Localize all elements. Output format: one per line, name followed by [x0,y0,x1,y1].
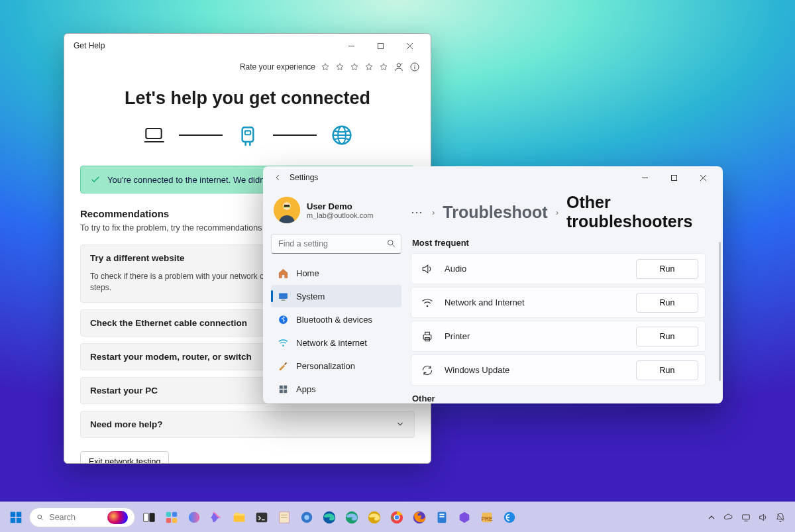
app-icon[interactable] [500,507,519,527]
chevron-right-icon: › [556,207,558,217]
troubleshooter-list: Audio Run Network and Internet Run Print… [411,253,710,386]
svg-text:PRE: PRE [482,515,493,521]
svg-rect-47 [166,511,171,516]
notifications-icon[interactable] [775,512,786,523]
taskbar-search-input[interactable] [49,513,102,522]
edge-canary-icon[interactable] [364,507,384,527]
bluetooth-icon [278,314,289,325]
settings-search[interactable] [271,234,401,254]
widgets-icon[interactable] [162,507,182,527]
svg-rect-40 [17,511,22,517]
home-icon [278,268,289,279]
nav-accounts[interactable]: Accounts [271,401,401,403]
page-title: Other troubleshooters [566,193,710,231]
nav-bluetooth[interactable]: Bluetooth & devices [271,308,401,331]
rec-card-title: Check the Ethernet cable connection [90,318,247,328]
back-button[interactable] [268,168,288,187]
search-input[interactable] [271,234,401,254]
settings-sidebar: User Demo m_lab@outlook.com Home System [263,189,407,403]
gethelp-toolbar: Rate your experience [64,58,431,76]
laptop-icon [140,123,167,147]
gethelp-titlebar: Get Help [64,34,431,58]
svg-rect-31 [284,385,287,388]
nav-personalization[interactable]: Personalization [271,354,401,377]
svg-rect-27 [282,299,286,300]
svg-rect-49 [166,517,171,522]
volume-tray-icon[interactable] [758,512,768,523]
terminal-icon[interactable] [252,507,272,527]
app-icon[interactable]: PRE [477,507,497,527]
update-icon [421,364,434,377]
chrome-icon[interactable] [387,507,407,527]
star-icon[interactable] [321,62,330,72]
user-email: m_lab@outlook.com [307,211,373,219]
onedrive-icon[interactable] [723,512,734,523]
rec-card-title: Need more help? [90,419,163,429]
app-icon[interactable] [274,507,294,527]
maximize-button[interactable] [659,168,688,187]
run-button[interactable]: Run [636,259,698,279]
app-icon[interactable] [454,507,474,527]
troubleshooter-label: Network and Internet [445,297,636,307]
exit-network-testing-button[interactable]: Exit network testing [80,451,169,463]
edge-dev-icon[interactable] [342,507,362,527]
breadcrumb-link[interactable]: Troubleshoot [443,203,547,222]
taskbar-search[interactable] [29,507,135,527]
rec-card-title: Restart your modem, router, or switch [90,352,252,362]
copilot-icon[interactable] [207,507,227,527]
chevron-up-icon[interactable] [706,512,717,523]
breadcrumb-ellipsis[interactable]: ⋯ [411,205,424,219]
user-name: User Demo [307,201,373,211]
rec-card-title: Restart your PC [90,386,158,396]
troubleshooter-row: Audio Run [411,253,706,284]
close-button[interactable] [688,168,717,187]
nav-network[interactable]: Network & internet [271,331,401,354]
router-icon [235,123,261,147]
svg-rect-32 [280,390,283,393]
svg-point-51 [189,511,200,523]
svg-line-25 [392,244,394,246]
star-icon[interactable] [335,62,344,72]
run-button[interactable]: Run [636,293,698,313]
nav-system[interactable]: System [271,285,401,307]
app-icon[interactable] [297,507,317,527]
star-icon[interactable] [350,62,359,72]
close-button[interactable] [395,36,424,56]
star-icon[interactable] [364,62,374,72]
nav-home[interactable]: Home [271,262,401,284]
check-icon [90,174,101,185]
run-button[interactable]: Run [636,327,698,346]
rate-label: Rate your experience [240,62,315,72]
firefox-icon[interactable] [409,507,429,527]
maximize-button[interactable] [366,36,395,56]
network-tray-icon[interactable] [741,512,751,523]
run-button[interactable]: Run [636,360,698,380]
chevron-down-icon [396,419,405,429]
system-tray [706,512,790,523]
minimize-button[interactable] [337,36,366,56]
svg-rect-36 [423,335,431,339]
svg-line-44 [41,518,42,519]
network-icon [421,296,434,309]
rec-card[interactable]: Need more help? [80,411,415,438]
star-icon[interactable] [379,62,388,72]
minimize-button[interactable] [630,168,659,187]
scrollbar-thumb[interactable] [719,242,721,381]
printer-icon [421,330,434,343]
nav-apps[interactable]: Apps [271,378,401,400]
app-icon[interactable] [432,507,452,527]
svg-point-4 [397,64,400,67]
explorer-icon[interactable] [229,507,249,527]
agent-icon[interactable] [394,62,404,72]
info-icon[interactable] [409,62,420,72]
start-button[interactable] [5,507,26,528]
taskview-icon[interactable] [139,507,159,527]
troubleshooter-label: Audio [445,264,636,274]
taskbar-apps: PRE [139,507,519,527]
user-block[interactable]: User Demo m_lab@outlook.com [271,194,401,230]
search-icon [36,513,44,522]
chat-icon[interactable] [184,507,204,527]
connection-diagram [80,123,415,147]
edge-icon[interactable] [319,507,339,527]
svg-rect-30 [280,385,283,388]
